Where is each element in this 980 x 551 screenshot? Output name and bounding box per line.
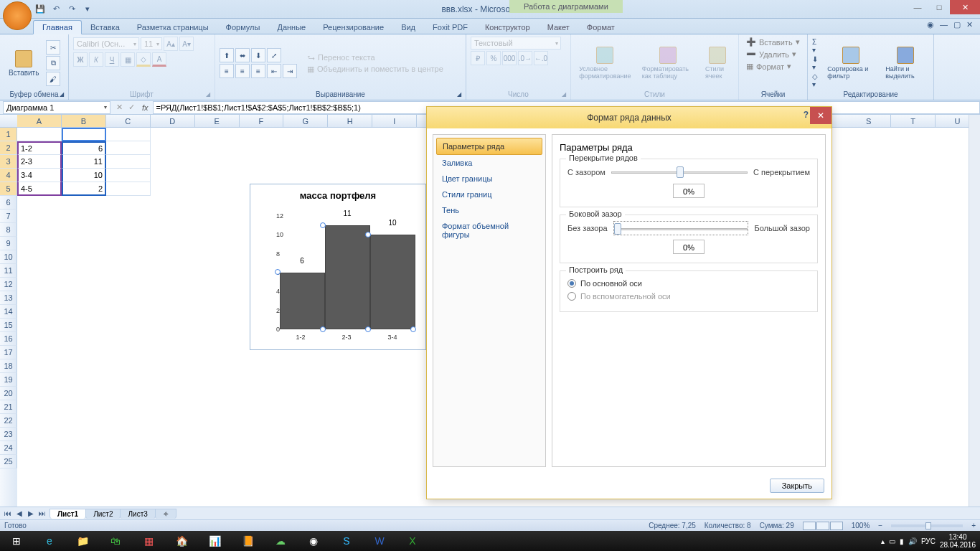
- sheet-nav-next-icon[interactable]: ▶: [26, 509, 36, 517]
- cut-icon[interactable]: ✂: [46, 40, 60, 55]
- help-icon[interactable]: ◉: [927, 20, 934, 29]
- office-button[interactable]: [3, 1, 32, 30]
- cell[interactable]: [106, 182, 151, 196]
- tab-home[interactable]: Главная: [33, 20, 82, 34]
- row-header[interactable]: 17: [0, 346, 17, 359]
- maximize-button[interactable]: □: [928, 0, 950, 14]
- font-name-combo[interactable]: Calibri (Осн...: [73, 37, 139, 50]
- save-icon[interactable]: 💾: [34, 4, 46, 15]
- currency-icon[interactable]: ₽: [471, 51, 485, 65]
- tray-volume-icon[interactable]: 🔊: [908, 537, 917, 545]
- row-header[interactable]: 1: [0, 128, 17, 141]
- overlap-slider[interactable]: [611, 165, 748, 179]
- cell[interactable]: 6: [62, 141, 106, 155]
- nav-shadow[interactable]: Тень: [436, 202, 542, 218]
- cell[interactable]: [106, 141, 151, 155]
- font-color-icon[interactable]: A: [152, 52, 166, 67]
- tab-page-layout[interactable]: Разметка страницы: [128, 21, 217, 34]
- chart-bar[interactable]: [370, 235, 415, 329]
- tray-language[interactable]: РУС: [921, 537, 936, 545]
- tray-up-icon[interactable]: ▴: [881, 537, 885, 545]
- radio-secondary-axis[interactable]: По вспомогательной оси: [567, 290, 810, 303]
- paste-button[interactable]: Вставить: [4, 49, 43, 78]
- row-header[interactable]: 24: [0, 441, 17, 455]
- restore-window-icon[interactable]: ▢: [953, 20, 961, 29]
- percent-icon[interactable]: %: [486, 51, 501, 65]
- row-header[interactable]: 19: [0, 373, 17, 387]
- delete-cells-button[interactable]: ➖ Удалить ▾: [743, 49, 799, 60]
- row-header[interactable]: 12: [0, 278, 17, 291]
- col-header[interactable]: D: [151, 115, 195, 127]
- dialog-close-icon[interactable]: ✕: [810, 107, 831, 124]
- format-as-table-button[interactable]: Форматировать как таблицу: [638, 45, 698, 81]
- increase-decimal-icon[interactable]: .0→: [518, 51, 532, 65]
- cell[interactable]: [106, 155, 151, 169]
- orientation-icon[interactable]: ⤢: [267, 48, 281, 62]
- row-header[interactable]: 20: [0, 387, 17, 400]
- zoom-in-icon[interactable]: +: [971, 522, 976, 529]
- row-header[interactable]: 25: [0, 455, 17, 468]
- radio-primary-axis[interactable]: По основной оси: [567, 277, 810, 290]
- col-header[interactable]: T: [891, 115, 936, 127]
- start-button[interactable]: ⊞: [0, 531, 33, 551]
- row-header[interactable]: 3: [0, 155, 17, 169]
- decrease-decimal-icon[interactable]: ←.0: [534, 51, 548, 65]
- wrap-text-button[interactable]: ⮑Перенос текста: [304, 52, 446, 62]
- sheet-nav-prev-icon[interactable]: ◀: [14, 509, 24, 517]
- taskbar-excel-icon[interactable]: X: [396, 531, 429, 551]
- nav-border-styles[interactable]: Стили границ: [436, 187, 542, 202]
- nav-border-color[interactable]: Цвет границы: [436, 171, 542, 187]
- taskbar-skype-icon[interactable]: S: [330, 531, 363, 551]
- tab-view[interactable]: Вид: [392, 21, 424, 34]
- decrease-indent-icon[interactable]: ⇤: [267, 64, 281, 78]
- undo-icon[interactable]: ↶: [50, 4, 62, 15]
- align-right-icon[interactable]: ≡: [251, 64, 265, 78]
- row-header[interactable]: 9: [0, 237, 17, 250]
- view-buttons[interactable]: [803, 522, 843, 530]
- col-header[interactable]: I: [372, 115, 417, 127]
- zoom-slider[interactable]: [891, 524, 963, 527]
- cell-styles-button[interactable]: Стили ячеек: [701, 45, 734, 81]
- col-header[interactable]: F: [240, 115, 284, 127]
- dialog-titlebar[interactable]: Формат ряда данных ? ✕: [427, 107, 831, 128]
- underline-icon[interactable]: Ч: [105, 52, 119, 67]
- close-workbook-icon[interactable]: ✕: [966, 20, 973, 29]
- sheet-tab[interactable]: Лист3: [120, 509, 155, 519]
- col-header[interactable]: E: [195, 115, 240, 127]
- align-middle-icon[interactable]: ⬌: [235, 48, 250, 62]
- chart-bar[interactable]: [280, 273, 325, 329]
- cell[interactable]: 2: [62, 182, 106, 196]
- cell[interactable]: 11: [62, 155, 106, 169]
- nav-fill[interactable]: Заливка: [436, 155, 542, 171]
- sheet-tab[interactable]: Лист1: [50, 509, 86, 519]
- cell[interactable]: [62, 128, 106, 141]
- embedded-chart[interactable]: масса портфеля 12 10 8 6 4 2 0 6 11 10 1…: [250, 184, 426, 350]
- row-header[interactable]: 5: [0, 182, 17, 196]
- shrink-font-icon[interactable]: A▾: [179, 37, 194, 51]
- gap-slider[interactable]: [613, 221, 749, 235]
- number-launcher-icon[interactable]: ◢: [562, 91, 569, 98]
- zoom-level[interactable]: 100%: [852, 522, 870, 529]
- row-header[interactable]: 18: [0, 359, 17, 373]
- align-top-icon[interactable]: ⬆: [220, 48, 234, 62]
- row-header[interactable]: 8: [0, 223, 17, 237]
- sheet-tab[interactable]: Лист2: [85, 509, 121, 519]
- tab-foxit[interactable]: Foxit PDF: [424, 21, 476, 34]
- tab-insert[interactable]: Вставка: [82, 21, 128, 34]
- chart-plot-area[interactable]: 12 10 8 6 4 2 0 6 11 10: [270, 216, 421, 329]
- tray-action-center-icon[interactable]: ▭: [889, 537, 895, 545]
- series-handle[interactable]: [320, 326, 326, 332]
- fill-color-icon[interactable]: ◇: [136, 52, 151, 67]
- italic-icon[interactable]: К: [89, 52, 103, 67]
- row-header[interactable]: 13: [0, 291, 17, 305]
- close-button[interactable]: Закрыть: [770, 479, 824, 493]
- merge-center-button[interactable]: ▦Объединить и поместить в центре: [304, 64, 446, 75]
- taskbar-app-icon[interactable]: 📙: [231, 531, 264, 551]
- cell[interactable]: 4-5: [17, 182, 62, 196]
- conditional-formatting-button[interactable]: Условное форматирование: [575, 45, 635, 81]
- gap-value[interactable]: 0%: [673, 240, 705, 254]
- zoom-out-icon[interactable]: −: [878, 522, 882, 529]
- row-header[interactable]: 4: [0, 169, 17, 182]
- name-box[interactable]: Диаграмма 1: [3, 101, 110, 114]
- font-size-combo[interactable]: 11: [141, 37, 162, 50]
